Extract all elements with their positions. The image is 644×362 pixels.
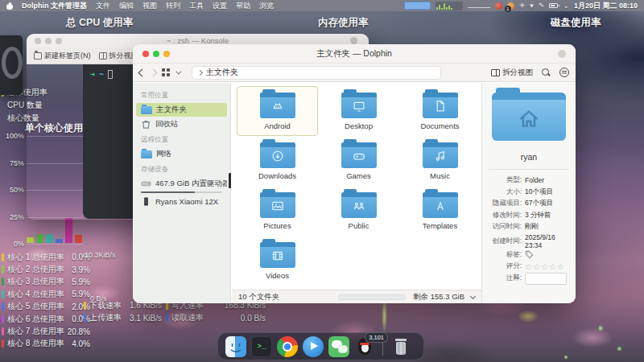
tray-expand-icon[interactable]: ⌄ xyxy=(563,2,569,10)
places-item[interactable]: 回收站 xyxy=(136,117,227,131)
dock-trash-icon[interactable] xyxy=(390,336,411,357)
core-usage-bar xyxy=(75,235,82,243)
folder-item[interactable]: Games xyxy=(318,136,399,186)
axis-tick-label: 50% xyxy=(3,186,24,194)
folder-item[interactable]: Music xyxy=(399,136,481,186)
menubar-menu-item[interactable]: 浏览 xyxy=(259,1,274,11)
status-bar: 10 个文件夹 剩余 155.3 GiB xyxy=(232,290,481,303)
videos-emblem-icon xyxy=(270,248,286,264)
breadcrumb-location[interactable]: 主文件夹 xyxy=(206,67,238,78)
comment-input[interactable] xyxy=(525,273,567,285)
hamburger-menu-icon[interactable] xyxy=(559,68,569,77)
system-logo-icon[interactable] xyxy=(6,2,13,10)
menubar-menu-item[interactable]: 文件 xyxy=(96,1,110,11)
back-button[interactable] xyxy=(138,68,147,76)
free-space: 剩余 155.3 GiB xyxy=(413,292,464,302)
dolphin-window[interactable]: 主文件夹 — Dolphin 主文件夹 拆分视图 常用位置主文件夹回收站 xyxy=(133,44,576,303)
tray-notification-icon[interactable]: 1 xyxy=(507,2,514,10)
network-folder-icon xyxy=(141,150,152,158)
info-details-list: 类型:Folder大小:10个项目隐藏项目:67个项目修改时间:3 分钟前访问时… xyxy=(482,175,576,285)
legend-value: 5.9% xyxy=(72,278,90,286)
folder-item-label: Public xyxy=(349,221,369,230)
titlebar-extra-button[interactable] xyxy=(350,37,357,44)
legend-label: 核心 8 总使用率 xyxy=(7,338,64,349)
dock-wechat-icon[interactable] xyxy=(328,336,349,357)
folder-item[interactable]: Pictures xyxy=(237,186,318,236)
disk-rate-row: 读取速率0.0 B/s xyxy=(166,312,266,325)
menubar-menu-item[interactable]: 编辑 xyxy=(119,1,134,11)
places-item[interactable]: Ryans Xiaomi 12X xyxy=(136,195,227,208)
dock-terminal-icon[interactable]: >_ xyxy=(251,336,272,357)
legend-color-chip xyxy=(2,339,4,348)
menubar-menu-item[interactable]: 工具 xyxy=(189,1,204,11)
dock-chrome-icon[interactable] xyxy=(277,336,298,357)
legend-color-chip xyxy=(84,302,86,310)
folder-item[interactable]: Videos xyxy=(237,236,318,286)
folder-item[interactable]: Desktop xyxy=(318,86,399,136)
legend-value: 3.1 KiB/s xyxy=(130,314,162,323)
tag-icon[interactable] xyxy=(525,250,534,259)
legend-label: 核心 7 总使用率 xyxy=(7,326,64,337)
split-view-button[interactable]: 拆分视图 xyxy=(491,68,533,78)
folder-item[interactable]: Public xyxy=(318,186,399,236)
dock-qq-icon[interactable]: 3,101 xyxy=(354,336,375,357)
clock[interactable]: 1月20日 周二 08:10 xyxy=(574,1,638,11)
places-item-label: 467.9 GiB 内置驱动器 [nvm… xyxy=(155,179,227,189)
active-app-name[interactable]: Dolphin 文件管理器 xyxy=(22,1,87,11)
view-mode-icon-button[interactable] xyxy=(162,68,170,76)
menubar-menu-item[interactable]: 设置 xyxy=(213,1,227,11)
core-usage-row: 核心 4 总使用率5.9% xyxy=(2,288,90,300)
tray-settings-icon[interactable]: ✳ xyxy=(519,2,526,10)
tray-color-widget[interactable] xyxy=(404,2,431,10)
titlebar-extra-button[interactable] xyxy=(558,50,566,58)
music-emblem-icon xyxy=(432,148,448,164)
battery-icon[interactable] xyxy=(549,3,558,8)
folder-item[interactable]: Downloads xyxy=(237,136,318,186)
dock-media-player-icon[interactable] xyxy=(303,336,324,357)
core-usage-bar xyxy=(27,237,34,243)
chevron-down-icon[interactable] xyxy=(470,293,476,298)
tray-line-widget[interactable] xyxy=(468,2,490,10)
panel-resize-handle[interactable] xyxy=(229,173,231,188)
places-item[interactable]: 网络 xyxy=(136,147,227,161)
info-detail-value: 67个项目 xyxy=(525,199,553,208)
core-usage-bar xyxy=(56,239,63,243)
folder-count: 10 个文件夹 xyxy=(238,292,279,302)
pictures-emblem-icon xyxy=(270,198,286,214)
core-usage-row: 核心 2 总使用率3.9% xyxy=(2,263,90,275)
legend-value: 0.0 B/s xyxy=(241,314,266,323)
location-breadcrumb[interactable]: 主文件夹 xyxy=(192,66,441,80)
folder-item[interactable]: Android xyxy=(237,86,318,136)
folder-item[interactable]: Templates xyxy=(399,186,481,236)
tray-pen-icon[interactable]: ✎ xyxy=(539,2,545,10)
rating-stars[interactable]: ☆☆☆☆☆ xyxy=(525,262,565,271)
new-tab-button[interactable]: 新建标签页(N) xyxy=(34,51,91,61)
menubar-menu-item[interactable]: 帮助 xyxy=(236,1,250,11)
dock: >_ 3,101 xyxy=(217,332,424,360)
axis-gridline xyxy=(27,244,83,245)
places-item[interactable]: 主文件夹 xyxy=(136,103,227,117)
menubar-menu-item[interactable]: 转到 xyxy=(166,1,180,11)
view-mode-dropdown-icon[interactable] xyxy=(175,68,181,74)
tray-app-icon[interactable] xyxy=(495,2,502,10)
legend-label: 读取速率 xyxy=(171,312,204,323)
templates-emblem-icon xyxy=(432,198,448,214)
android-emblem-icon xyxy=(270,98,286,114)
info-detail-value: 3 分钟前 xyxy=(525,211,551,220)
places-item[interactable]: 467.9 GiB 内置驱动器 [nvm… xyxy=(136,177,227,191)
dock-file-manager-icon[interactable] xyxy=(225,336,246,357)
search-icon[interactable] xyxy=(542,68,551,77)
places-item-label: 网络 xyxy=(156,149,171,159)
tray-arrow-icon[interactable]: ▾ xyxy=(530,2,534,10)
info-detail-row: 评分:☆☆☆☆☆ xyxy=(482,261,576,273)
tray-graph-widget[interactable] xyxy=(436,2,463,10)
downloads-emblem-icon xyxy=(270,148,286,164)
folder-view[interactable]: AndroidDesktopDocumentsDownloadsGamesMus… xyxy=(232,83,481,290)
menubar-menu-item[interactable]: 视图 xyxy=(142,1,157,11)
forward-button[interactable] xyxy=(150,68,158,76)
network-rate-row: 上传速率3.1 KiB/s xyxy=(84,312,162,325)
device-usage-fill xyxy=(141,191,195,193)
folder-item[interactable]: Documents xyxy=(399,86,481,136)
terminal-cursor xyxy=(108,70,113,79)
dolphin-titlebar[interactable]: 主文件夹 — Dolphin xyxy=(133,44,576,64)
